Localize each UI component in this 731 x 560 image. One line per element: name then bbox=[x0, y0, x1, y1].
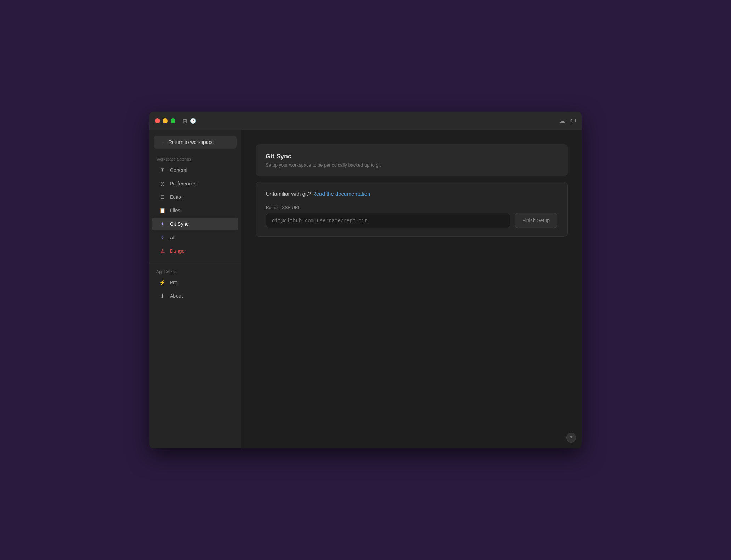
ssh-url-input[interactable] bbox=[266, 213, 510, 228]
ssh-input-row: Finish Setup bbox=[266, 213, 557, 228]
finish-setup-button[interactable]: Finish Setup bbox=[515, 213, 557, 228]
sidebar: ← Return to workspace Workspace Settings… bbox=[149, 130, 241, 448]
app-section-label: App Details bbox=[149, 269, 241, 274]
main-wrapper: Git Sync Setup your workspace to be peri… bbox=[241, 130, 582, 448]
sidebar-item-label-files: Files bbox=[170, 208, 180, 213]
files-icon: 📋 bbox=[159, 207, 166, 214]
sidebar-item-pro[interactable]: ⚡ Pro bbox=[152, 276, 238, 289]
sidebar-item-label-pro: Pro bbox=[170, 280, 178, 285]
sidebar-item-files[interactable]: 📋 Files bbox=[152, 204, 238, 217]
return-button-label: Return to workspace bbox=[168, 139, 214, 145]
sidebar-item-preferences[interactable]: ◎ Preferences bbox=[152, 177, 238, 190]
ai-icon: ✧ bbox=[159, 234, 166, 241]
danger-icon: ⚠ bbox=[159, 248, 166, 254]
setup-card: Unfamiliar with git? Read the documentat… bbox=[256, 182, 568, 237]
preferences-icon: ◎ bbox=[159, 180, 166, 187]
sidebar-item-label-danger: Danger bbox=[170, 248, 186, 254]
history-icon[interactable]: 🕐 bbox=[190, 118, 196, 124]
cloud-icon[interactable]: ☁ bbox=[559, 117, 565, 125]
tag-icon[interactable]: 🏷 bbox=[570, 117, 576, 125]
help-icon: ? bbox=[570, 435, 573, 441]
sidebar-item-label-ai: AI bbox=[170, 235, 174, 240]
titlebar-right-icons: ☁ 🏷 bbox=[559, 117, 576, 125]
minimize-button[interactable] bbox=[163, 118, 168, 123]
git-sync-subtitle: Setup your workspace to be periodically … bbox=[266, 162, 558, 168]
workspace-section-label: Workspace Settings bbox=[149, 157, 241, 161]
unfamiliar-text: Unfamiliar with git? Read the documentat… bbox=[266, 191, 557, 197]
maximize-button[interactable] bbox=[171, 118, 175, 123]
sidebar-divider bbox=[149, 262, 241, 262]
sidebar-item-danger[interactable]: ⚠ Danger bbox=[152, 245, 238, 257]
about-icon: ℹ bbox=[159, 293, 166, 299]
sidebar-item-label-preferences: Preferences bbox=[170, 181, 196, 186]
titlebar: ⊟ 🕐 ☁ 🏷 bbox=[149, 112, 582, 130]
sidebar-item-label-editor: Editor bbox=[170, 194, 183, 200]
sidebar-item-editor[interactable]: ⊟ Editor bbox=[152, 191, 238, 203]
sidebar-item-label-general: General bbox=[170, 167, 188, 173]
sidebar-item-git-sync[interactable]: ✦ Git Sync bbox=[152, 218, 238, 230]
git-sync-icon: ✦ bbox=[159, 221, 166, 227]
close-button[interactable] bbox=[155, 118, 160, 123]
sidebar-item-ai[interactable]: ✧ AI bbox=[152, 231, 238, 244]
general-icon: ⊞ bbox=[159, 167, 166, 173]
read-docs-link[interactable]: Read the documentation bbox=[312, 191, 370, 197]
content-area: ← Return to workspace Workspace Settings… bbox=[149, 130, 582, 448]
sidebar-item-about[interactable]: ℹ About bbox=[152, 290, 238, 302]
sidebar-item-label-about: About bbox=[170, 293, 183, 299]
pro-icon: ⚡ bbox=[159, 279, 166, 286]
return-to-workspace-button[interactable]: ← Return to workspace bbox=[154, 136, 237, 149]
return-arrow-icon: ← bbox=[161, 139, 166, 145]
git-sync-header-card: Git Sync Setup your workspace to be peri… bbox=[256, 144, 568, 176]
traffic-lights bbox=[155, 118, 175, 123]
app-window: ⊟ 🕐 ☁ 🏷 ← Return to workspace Workspace … bbox=[149, 112, 582, 448]
editor-icon: ⊟ bbox=[159, 194, 166, 200]
git-sync-title: Git Sync bbox=[266, 153, 558, 160]
main-content: Git Sync Setup your workspace to be peri… bbox=[241, 130, 582, 448]
sidebar-toggle-icon[interactable]: ⊟ bbox=[183, 118, 187, 124]
remote-ssh-label: Remote SSH URL bbox=[266, 205, 557, 210]
sidebar-item-general[interactable]: ⊞ General bbox=[152, 164, 238, 177]
sidebar-item-label-git-sync: Git Sync bbox=[170, 221, 189, 227]
help-button[interactable]: ? bbox=[566, 433, 576, 443]
